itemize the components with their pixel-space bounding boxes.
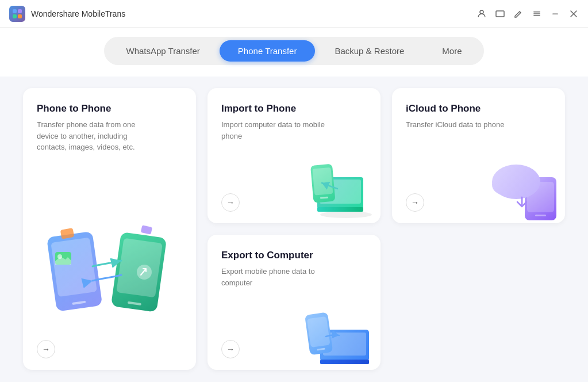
menu-icon[interactable] bbox=[532, 9, 542, 19]
svg-rect-17 bbox=[140, 225, 152, 234]
card-import-desc: Import computer data to mobile phone bbox=[221, 119, 325, 142]
import-illustration bbox=[300, 154, 375, 217]
edit-icon[interactable] bbox=[513, 9, 524, 19]
nav-area: WhatsApp Transfer Phone Transfer Backup … bbox=[0, 28, 588, 77]
import-arrow-btn[interactable]: → bbox=[221, 193, 240, 212]
svg-rect-9 bbox=[552, 13, 558, 14]
svg-rect-3 bbox=[18, 14, 22, 18]
svg-rect-5 bbox=[496, 11, 504, 17]
card-import-to-phone[interactable]: Import to Phone Import computer data to … bbox=[207, 88, 381, 223]
card-icloud-to-phone[interactable]: iCloud to Phone Transfer iCloud data to … bbox=[392, 88, 565, 223]
phone-to-phone-illustration bbox=[41, 220, 179, 335]
svg-rect-38 bbox=[307, 316, 330, 347]
svg-rect-7 bbox=[533, 13, 540, 14]
tab-whatsapp[interactable]: WhatsApp Transfer bbox=[107, 40, 218, 62]
phone-to-phone-arrow-btn[interactable]: → bbox=[37, 340, 55, 358]
card-import-title: Import to Phone bbox=[221, 103, 367, 114]
card-export-desc: Export mobile phone data to computer bbox=[221, 266, 325, 288]
card-export-to-computer[interactable]: Export to Computer Export mobile phone d… bbox=[207, 235, 381, 370]
svg-rect-1 bbox=[18, 9, 22, 13]
svg-rect-24 bbox=[317, 207, 363, 212]
card-icloud-desc: Transfer iCloud data to phone bbox=[406, 119, 509, 131]
tab-more[interactable]: More bbox=[424, 40, 480, 62]
svg-point-4 bbox=[480, 10, 483, 14]
svg-point-20 bbox=[137, 265, 152, 280]
svg-rect-26 bbox=[313, 167, 333, 196]
card-icloud-title: iCloud to Phone bbox=[406, 103, 551, 114]
user-icon[interactable] bbox=[476, 9, 487, 19]
svg-rect-8 bbox=[533, 15, 540, 16]
icloud-illustration bbox=[487, 154, 562, 217]
card-phone-to-phone[interactable]: Phone to Phone Transfer phone data from … bbox=[23, 88, 196, 370]
card-export-title: Export to Computer bbox=[221, 250, 367, 261]
card-phone-to-phone-desc: Transfer phone data from one device to a… bbox=[37, 119, 140, 153]
svg-point-21 bbox=[320, 211, 372, 218]
close-button[interactable] bbox=[568, 9, 579, 19]
svg-rect-36 bbox=[320, 360, 369, 364]
titlebar: Wondershare MobileTrans bbox=[0, 0, 588, 28]
icloud-arrow-btn[interactable]: → bbox=[406, 193, 424, 212]
svg-rect-0 bbox=[13, 9, 17, 13]
tab-backup[interactable]: Backup & Restore bbox=[316, 40, 422, 62]
app-icon bbox=[9, 6, 25, 22]
titlebar-controls bbox=[476, 9, 579, 19]
window-icon[interactable] bbox=[495, 9, 505, 19]
svg-rect-2 bbox=[13, 14, 17, 18]
svg-rect-6 bbox=[533, 12, 540, 13]
nav-pill: WhatsApp Transfer Phone Transfer Backup … bbox=[104, 37, 483, 65]
svg-point-32 bbox=[492, 174, 517, 195]
export-arrow-btn[interactable]: → bbox=[221, 340, 240, 358]
svg-rect-30 bbox=[535, 215, 546, 216]
main-content: Phone to Phone Transfer phone data from … bbox=[0, 77, 588, 382]
app-title: Wondershare MobileTrans bbox=[31, 9, 125, 18]
svg-rect-11 bbox=[51, 238, 97, 297]
card-phone-to-phone-title: Phone to Phone bbox=[37, 103, 182, 114]
tab-phone[interactable]: Phone Transfer bbox=[220, 40, 316, 62]
minimize-button[interactable] bbox=[550, 9, 560, 19]
export-illustration bbox=[300, 301, 375, 364]
svg-point-33 bbox=[514, 178, 535, 195]
titlebar-left: Wondershare MobileTrans bbox=[9, 6, 125, 22]
